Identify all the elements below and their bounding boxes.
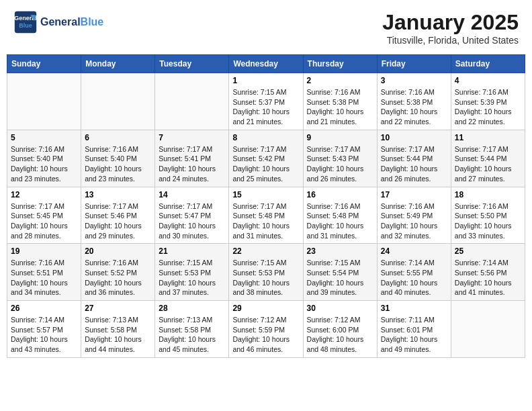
day-info-line: Sunset: 5:50 PM xyxy=(455,211,521,221)
day-info-line: Sunrise: 7:13 AM xyxy=(159,315,225,325)
day-info-line: Sunset: 6:01 PM xyxy=(381,325,447,335)
calendar-cell: 14Sunrise: 7:17 AMSunset: 5:47 PMDayligh… xyxy=(155,187,229,244)
calendar-cell: 2Sunrise: 7:16 AMSunset: 5:38 PMDaylight… xyxy=(303,73,377,130)
week-row-4: 26Sunrise: 7:14 AMSunset: 5:57 PMDayligh… xyxy=(7,301,525,358)
day-info-line: Sunrise: 7:17 AM xyxy=(381,144,447,154)
weekday-tuesday: Tuesday xyxy=(155,55,229,73)
day-number: 15 xyxy=(232,190,299,199)
calendar-cell: 29Sunrise: 7:12 AMSunset: 5:59 PMDayligh… xyxy=(229,301,303,358)
day-number: 2 xyxy=(307,76,373,85)
day-info-line: Sunrise: 7:17 AM xyxy=(85,201,151,212)
page-header: General Blue GeneralBlue January 2025 Ti… xyxy=(7,7,525,49)
day-info-line: Sunset: 6:00 PM xyxy=(307,325,373,335)
weekday-friday: Friday xyxy=(377,55,451,73)
day-number: 24 xyxy=(381,246,447,256)
day-number: 29 xyxy=(232,304,299,313)
calendar-cell xyxy=(155,73,229,130)
day-number: 1 xyxy=(232,76,299,85)
day-info-line: Sunrise: 7:16 AM xyxy=(11,144,77,154)
day-info-line: and 23 minutes. xyxy=(11,174,77,184)
day-number: 23 xyxy=(307,246,373,256)
day-info-line: and 29 minutes. xyxy=(85,231,151,241)
day-info-line: Sunrise: 7:14 AM xyxy=(11,315,77,325)
calendar-cell: 7Sunrise: 7:17 AMSunset: 5:41 PMDaylight… xyxy=(155,130,229,187)
day-info-line: and 21 minutes. xyxy=(232,117,299,127)
day-info-line: and 32 minutes. xyxy=(381,231,447,241)
day-number: 28 xyxy=(159,304,225,313)
day-info-line: Sunrise: 7:14 AM xyxy=(381,258,447,268)
calendar-cell: 5Sunrise: 7:16 AMSunset: 5:40 PMDaylight… xyxy=(7,130,81,187)
day-info-line: Sunrise: 7:16 AM xyxy=(85,258,151,268)
day-info-line: Sunrise: 7:16 AM xyxy=(455,87,521,97)
day-info-line: Sunset: 5:38 PM xyxy=(381,97,447,107)
day-info-line: and 44 minutes. xyxy=(85,345,151,355)
day-info-line: and 27 minutes. xyxy=(455,174,521,184)
day-info-line: Sunset: 5:43 PM xyxy=(307,154,373,164)
day-info-line: Sunset: 5:48 PM xyxy=(232,211,299,221)
day-info-line: and 28 minutes. xyxy=(11,231,77,241)
day-info-line: and 38 minutes. xyxy=(232,287,299,298)
day-info-line: Sunrise: 7:17 AM xyxy=(11,201,77,212)
day-info-line: and 30 minutes. xyxy=(159,231,225,241)
day-info-line: and 22 minutes. xyxy=(455,117,521,127)
calendar-cell: 24Sunrise: 7:14 AMSunset: 5:55 PMDayligh… xyxy=(377,244,451,301)
day-number: 14 xyxy=(159,190,225,199)
day-info-line: Daylight: 10 hours xyxy=(232,107,299,117)
day-info-line: Daylight: 10 hours xyxy=(85,278,151,288)
day-number: 12 xyxy=(11,190,77,199)
day-number: 17 xyxy=(381,190,447,199)
week-row-3: 19Sunrise: 7:16 AMSunset: 5:51 PMDayligh… xyxy=(7,244,525,301)
day-number: 19 xyxy=(11,246,77,256)
day-info-line: Daylight: 10 hours xyxy=(307,334,373,345)
day-number: 6 xyxy=(85,133,151,142)
weekday-saturday: Saturday xyxy=(451,55,525,73)
weekday-thursday: Thursday xyxy=(303,55,377,73)
day-number: 21 xyxy=(159,246,225,256)
day-info-line: Daylight: 10 hours xyxy=(307,164,373,174)
day-info-line: Daylight: 10 hours xyxy=(159,221,225,231)
calendar-cell xyxy=(7,73,81,130)
day-info-line: and 49 minutes. xyxy=(381,345,447,355)
day-info-line: Daylight: 10 hours xyxy=(159,334,225,345)
day-info-line: Sunset: 5:37 PM xyxy=(232,97,299,107)
day-info-line: Sunset: 5:56 PM xyxy=(455,268,521,278)
day-number: 11 xyxy=(455,133,521,142)
calendar-cell: 16Sunrise: 7:16 AMSunset: 5:48 PMDayligh… xyxy=(303,187,377,244)
day-info-line: Daylight: 10 hours xyxy=(381,221,447,231)
day-info-line: and 40 minutes. xyxy=(381,287,447,298)
day-number: 5 xyxy=(11,133,77,142)
day-info-line: Daylight: 10 hours xyxy=(455,107,521,117)
day-info-line: Sunrise: 7:17 AM xyxy=(455,144,521,154)
day-info-line: Daylight: 10 hours xyxy=(232,278,299,288)
day-info-line: Daylight: 10 hours xyxy=(11,278,77,288)
day-info-line: Sunset: 5:48 PM xyxy=(307,211,373,221)
day-info-line: and 37 minutes. xyxy=(159,287,225,298)
day-number: 25 xyxy=(455,246,521,256)
day-info-line: Sunset: 5:39 PM xyxy=(455,97,521,107)
calendar-cell: 31Sunrise: 7:11 AMSunset: 6:01 PMDayligh… xyxy=(377,301,451,358)
day-info-line: Sunset: 5:46 PM xyxy=(85,211,151,221)
day-info-line: Sunrise: 7:15 AM xyxy=(159,258,225,268)
calendar-cell: 30Sunrise: 7:12 AMSunset: 6:00 PMDayligh… xyxy=(303,301,377,358)
day-info-line: and 31 minutes. xyxy=(307,231,373,241)
day-info-line: Sunrise: 7:17 AM xyxy=(232,201,299,212)
calendar-cell: 11Sunrise: 7:17 AMSunset: 5:44 PMDayligh… xyxy=(451,130,525,187)
day-number: 22 xyxy=(232,246,299,256)
day-info-line: Sunrise: 7:16 AM xyxy=(455,201,521,212)
day-info-line: Sunset: 5:57 PM xyxy=(11,325,77,335)
day-info-line: Sunrise: 7:13 AM xyxy=(85,315,151,325)
day-info-line: Sunrise: 7:17 AM xyxy=(307,144,373,154)
calendar-cell: 10Sunrise: 7:17 AMSunset: 5:44 PMDayligh… xyxy=(377,130,451,187)
day-info-line: Daylight: 10 hours xyxy=(85,164,151,174)
calendar-cell: 26Sunrise: 7:14 AMSunset: 5:57 PMDayligh… xyxy=(7,301,81,358)
day-info-line: Daylight: 10 hours xyxy=(11,221,77,231)
day-info-line: Sunset: 5:41 PM xyxy=(159,154,225,164)
day-info-line: and 26 minutes. xyxy=(381,174,447,184)
calendar-cell: 8Sunrise: 7:17 AMSunset: 5:42 PMDaylight… xyxy=(229,130,303,187)
day-number: 30 xyxy=(307,304,373,313)
day-info-line: and 22 minutes. xyxy=(381,117,447,127)
day-info-line: and 34 minutes. xyxy=(11,287,77,298)
day-info-line: Daylight: 10 hours xyxy=(455,164,521,174)
day-info-line: Daylight: 10 hours xyxy=(232,221,299,231)
day-info-line: Sunrise: 7:16 AM xyxy=(307,87,373,97)
